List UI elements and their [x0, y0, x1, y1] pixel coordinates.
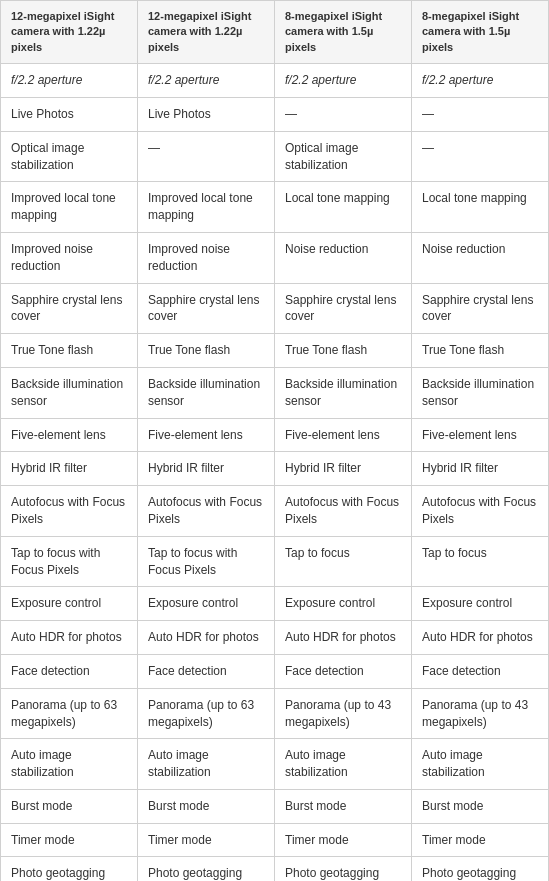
- cell-r17-c3: Burst mode: [412, 789, 549, 823]
- cell-r3-c1: Improved local tone mapping: [138, 182, 275, 233]
- cell-r7-c3: Backside illumination sensor: [412, 367, 549, 418]
- table-row: Photo geotaggingPhoto geotaggingPhoto ge…: [1, 857, 549, 881]
- cell-r8-c0: Five-element lens: [1, 418, 138, 452]
- cell-r5-c0: Sapphire crystal lens cover: [1, 283, 138, 334]
- cell-r14-c2: Face detection: [275, 654, 412, 688]
- table-row: Improved noise reductionImproved noise r…: [1, 232, 549, 283]
- cell-r15-c1: Panorama (up to 63 megapixels): [138, 688, 275, 739]
- cell-r16-c3: Auto image stabilization: [412, 739, 549, 790]
- cell-r11-c0: Tap to focus with Focus Pixels: [1, 536, 138, 587]
- cell-r19-c0: Photo geotagging: [1, 857, 138, 881]
- cell-r12-c0: Exposure control: [1, 587, 138, 621]
- cell-r16-c2: Auto image stabilization: [275, 739, 412, 790]
- cell-r17-c2: Burst mode: [275, 789, 412, 823]
- cell-r13-c3: Auto HDR for photos: [412, 621, 549, 655]
- header-row: 12-megapixel iSight camera with 1.22µ pi…: [1, 1, 549, 64]
- table-row: Face detectionFace detectionFace detecti…: [1, 654, 549, 688]
- cell-r1-c1: Live Photos: [138, 97, 275, 131]
- cell-r14-c3: Face detection: [412, 654, 549, 688]
- table-row: Autofocus with Focus PixelsAutofocus wit…: [1, 486, 549, 537]
- cell-r2-c1: —: [138, 131, 275, 182]
- cell-r5-c1: Sapphire crystal lens cover: [138, 283, 275, 334]
- cell-r7-c2: Backside illumination sensor: [275, 367, 412, 418]
- table-row: f/2.2 aperturef/2.2 aperturef/2.2 apertu…: [1, 64, 549, 98]
- table-row: Tap to focus with Focus PixelsTap to foc…: [1, 536, 549, 587]
- cell-r7-c1: Backside illumination sensor: [138, 367, 275, 418]
- table-row: Live PhotosLive Photos——: [1, 97, 549, 131]
- cell-r8-c1: Five-element lens: [138, 418, 275, 452]
- cell-r10-c0: Autofocus with Focus Pixels: [1, 486, 138, 537]
- cell-r10-c2: Autofocus with Focus Pixels: [275, 486, 412, 537]
- cell-r9-c3: Hybrid IR filter: [412, 452, 549, 486]
- table-row: Hybrid IR filterHybrid IR filterHybrid I…: [1, 452, 549, 486]
- cell-r6-c2: True Tone flash: [275, 334, 412, 368]
- cell-r3-c3: Local tone mapping: [412, 182, 549, 233]
- cell-r18-c2: Timer mode: [275, 823, 412, 857]
- cell-r9-c2: Hybrid IR filter: [275, 452, 412, 486]
- cell-r15-c2: Panorama (up to 43 megapixels): [275, 688, 412, 739]
- cell-r11-c1: Tap to focus with Focus Pixels: [138, 536, 275, 587]
- cell-r0-c3: f/2.2 aperture: [412, 64, 549, 98]
- cell-r6-c3: True Tone flash: [412, 334, 549, 368]
- col-header-2: 12-megapixel iSight camera with 1.22µ pi…: [138, 1, 275, 64]
- cell-r18-c0: Timer mode: [1, 823, 138, 857]
- cell-r15-c0: Panorama (up to 63 megapixels): [1, 688, 138, 739]
- cell-r18-c3: Timer mode: [412, 823, 549, 857]
- comparison-table: 12-megapixel iSight camera with 1.22µ pi…: [0, 0, 549, 881]
- table-row: Auto HDR for photosAuto HDR for photosAu…: [1, 621, 549, 655]
- table-row: Sapphire crystal lens coverSapphire crys…: [1, 283, 549, 334]
- table-row: Five-element lensFive-element lensFive-e…: [1, 418, 549, 452]
- cell-r17-c0: Burst mode: [1, 789, 138, 823]
- cell-r1-c2: —: [275, 97, 412, 131]
- cell-r12-c3: Exposure control: [412, 587, 549, 621]
- cell-r10-c3: Autofocus with Focus Pixels: [412, 486, 549, 537]
- table-row: Timer modeTimer modeTimer modeTimer mode: [1, 823, 549, 857]
- cell-r4-c3: Noise reduction: [412, 232, 549, 283]
- cell-r17-c1: Burst mode: [138, 789, 275, 823]
- cell-r11-c2: Tap to focus: [275, 536, 412, 587]
- cell-r13-c2: Auto HDR for photos: [275, 621, 412, 655]
- cell-r6-c0: True Tone flash: [1, 334, 138, 368]
- cell-r9-c0: Hybrid IR filter: [1, 452, 138, 486]
- cell-r13-c1: Auto HDR for photos: [138, 621, 275, 655]
- cell-r4-c0: Improved noise reduction: [1, 232, 138, 283]
- cell-r12-c1: Exposure control: [138, 587, 275, 621]
- cell-r4-c1: Improved noise reduction: [138, 232, 275, 283]
- cell-r3-c2: Local tone mapping: [275, 182, 412, 233]
- cell-r9-c1: Hybrid IR filter: [138, 452, 275, 486]
- table-row: Burst modeBurst modeBurst modeBurst mode: [1, 789, 549, 823]
- cell-r6-c1: True Tone flash: [138, 334, 275, 368]
- col-header-4: 8-megapixel iSight camera with 1.5µ pixe…: [412, 1, 549, 64]
- cell-r0-c0: f/2.2 aperture: [1, 64, 138, 98]
- table-row: Optical image stabilization—Optical imag…: [1, 131, 549, 182]
- table-row: Improved local tone mappingImproved loca…: [1, 182, 549, 233]
- cell-r16-c0: Auto image stabilization: [1, 739, 138, 790]
- table-row: Auto image stabilizationAuto image stabi…: [1, 739, 549, 790]
- table-row: Panorama (up to 63 megapixels)Panorama (…: [1, 688, 549, 739]
- cell-r7-c0: Backside illumination sensor: [1, 367, 138, 418]
- cell-r19-c1: Photo geotagging: [138, 857, 275, 881]
- col-header-1: 12-megapixel iSight camera with 1.22µ pi…: [1, 1, 138, 64]
- table-row: Backside illumination sensorBackside ill…: [1, 367, 549, 418]
- cell-r2-c3: —: [412, 131, 549, 182]
- cell-r13-c0: Auto HDR for photos: [1, 621, 138, 655]
- cell-r5-c2: Sapphire crystal lens cover: [275, 283, 412, 334]
- cell-r15-c3: Panorama (up to 43 megapixels): [412, 688, 549, 739]
- cell-r0-c2: f/2.2 aperture: [275, 64, 412, 98]
- table-row: Exposure controlExposure controlExposure…: [1, 587, 549, 621]
- cell-r8-c2: Five-element lens: [275, 418, 412, 452]
- col-header-3: 8-megapixel iSight camera with 1.5µ pixe…: [275, 1, 412, 64]
- cell-r8-c3: Five-element lens: [412, 418, 549, 452]
- cell-r12-c2: Exposure control: [275, 587, 412, 621]
- cell-r11-c3: Tap to focus: [412, 536, 549, 587]
- cell-r18-c1: Timer mode: [138, 823, 275, 857]
- cell-r19-c2: Photo geotagging: [275, 857, 412, 881]
- cell-r1-c0: Live Photos: [1, 97, 138, 131]
- cell-r5-c3: Sapphire crystal lens cover: [412, 283, 549, 334]
- cell-r1-c3: —: [412, 97, 549, 131]
- cell-r14-c0: Face detection: [1, 654, 138, 688]
- cell-r2-c2: Optical image stabilization: [275, 131, 412, 182]
- cell-r0-c1: f/2.2 aperture: [138, 64, 275, 98]
- cell-r3-c0: Improved local tone mapping: [1, 182, 138, 233]
- cell-r19-c3: Photo geotagging: [412, 857, 549, 881]
